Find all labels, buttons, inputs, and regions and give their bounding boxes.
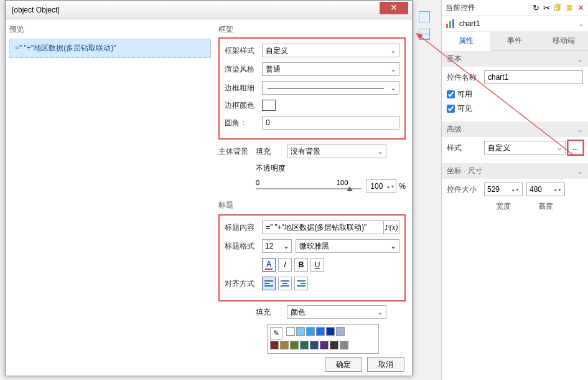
border-color-label: 边框颜色 (225, 100, 262, 111)
fill2-combo[interactable]: 颜色⌄ (287, 305, 386, 319)
opacity-unit: % (399, 182, 406, 191)
font-color-button[interactable]: A (262, 258, 276, 272)
tab-properties[interactable]: 属性 (442, 32, 490, 51)
ok-button[interactable]: 确定 (325, 357, 362, 372)
dialog-title: [object Object] (12, 6, 60, 14)
frame-section-label: 框架 (218, 24, 406, 35)
body-bg-label: 主体背景 (218, 146, 256, 157)
border-color-chip[interactable] (262, 100, 276, 111)
chart-icon (446, 19, 455, 29)
copy-icon[interactable]: 🗐 (554, 3, 562, 12)
opacity-slider[interactable]: 0 100 (256, 179, 362, 194)
group-advanced-header[interactable]: 高级⌄ (442, 121, 588, 137)
color-palette[interactable]: ✎ (267, 324, 379, 354)
eyedropper-button[interactable]: ✎ (270, 327, 282, 340)
control-name-input[interactable]: chart1 (484, 70, 583, 84)
usable-checkbox[interactable]: 可用 (447, 89, 583, 100)
size-label: 控件大小 (447, 184, 484, 195)
width-caption: 宽度 (484, 201, 523, 212)
delete-icon[interactable]: ✕ (577, 3, 584, 12)
font-family-combo[interactable]: 微软雅黑⌄ (296, 239, 399, 253)
radius-label: 圆角： (225, 118, 262, 128)
style-combo[interactable]: 自定义⌄ (484, 141, 566, 154)
opacity-spinner[interactable]: 100▲▼ (366, 179, 396, 193)
border-weight-combo[interactable]: ⌄ (262, 81, 399, 95)
formula-button[interactable]: F(x) (383, 221, 399, 234)
align-center-button[interactable] (278, 277, 292, 290)
style-ellipsis-button[interactable]: ... (568, 141, 583, 154)
border-weight-label: 边框粗细 (225, 83, 262, 93)
style-prop-label: 样式 (447, 143, 484, 153)
fill-combo[interactable]: 没有背景⌄ (287, 145, 386, 158)
visible-checkbox[interactable]: 可见 (447, 103, 583, 114)
italic-button[interactable]: I (278, 258, 292, 272)
title-section-label: 标题 (218, 200, 406, 211)
control-selector[interactable]: chart1 ⌄ (442, 16, 588, 32)
property-tabs: 属性 事件 移动端 (442, 32, 588, 51)
view-single-icon[interactable] (419, 11, 430, 22)
view-toggle-icons (419, 11, 430, 40)
height-caption: 高度 (526, 201, 565, 212)
refresh-icon[interactable]: ↻ (533, 3, 539, 12)
paste-icon[interactable]: 🗏 (566, 3, 574, 12)
frame-style-combo[interactable]: 自定义⌄ (262, 44, 399, 57)
radius-input[interactable]: 0 (262, 116, 399, 130)
group-coord-header[interactable]: 坐标 · 尺寸⌄ (442, 163, 588, 179)
align-right-button[interactable] (294, 277, 308, 290)
fill2-label: 填充 (256, 307, 287, 318)
view-grid-icon[interactable] (419, 29, 430, 40)
svg-rect-0 (446, 24, 448, 28)
fill-label: 填充 (256, 146, 287, 157)
close-button[interactable]: ✕ (380, 2, 408, 14)
font-size-combo[interactable]: 12⌄ (262, 239, 292, 253)
width-input[interactable]: 529▲▼ (484, 183, 523, 196)
group-basic-header[interactable]: 基本⌄ (442, 51, 588, 67)
dialog-titlebar[interactable]: [object Object] ✕ (6, 1, 412, 19)
control-name-label: 控件名称 (447, 72, 484, 83)
cancel-button[interactable]: 取消 (367, 357, 404, 372)
preview-label: 预览 (9, 24, 211, 35)
align-label: 对齐方式 (225, 278, 262, 289)
panel-title: 当前控件 (446, 2, 475, 13)
svg-rect-1 (449, 21, 451, 28)
bold-button[interactable]: B (294, 258, 308, 272)
style-dialog: [object Object] ✕ 预览 =" "+"地区数据(多层钻取联动)"… (5, 0, 413, 376)
title-content-label: 标题内容 (225, 222, 262, 233)
align-left-button[interactable] (262, 277, 276, 290)
title-content-input[interactable]: =" "+"地区数据(多层钻取联动)" (262, 221, 383, 234)
tab-events[interactable]: 事件 (490, 32, 539, 50)
svg-rect-2 (452, 19, 454, 28)
render-style-combo[interactable]: 普通⌄ (262, 62, 399, 76)
underline-button[interactable]: U (310, 258, 324, 272)
property-panel: 当前控件 ↻ ✂ 🗐 🗏 ✕ chart1 ⌄ 属性 事件 移动端 基本⌄ 控件… (441, 0, 588, 380)
height-input[interactable]: 480▲▼ (526, 183, 565, 196)
preview-content[interactable]: =" "+"地区数据(多层钻取联动)" (9, 39, 211, 58)
render-style-label: 渲染风格 (225, 64, 262, 75)
opacity-label: 不透明度 (256, 163, 291, 174)
title-settings-group: 标题内容 =" "+"地区数据(多层钻取联动)" F(x) 标题格式 12⌄ 微… (218, 214, 406, 302)
tab-mobile[interactable]: 移动端 (539, 32, 588, 50)
frame-style-label: 框架样式 (225, 45, 262, 56)
title-format-label: 标题格式 (225, 241, 262, 252)
frame-settings-group: 框架样式 自定义⌄ 渲染风格 普通⌄ 边框粗细 ⌄ 边框颜色 圆角： 0 (218, 37, 406, 140)
cut-icon[interactable]: ✂ (543, 3, 550, 12)
